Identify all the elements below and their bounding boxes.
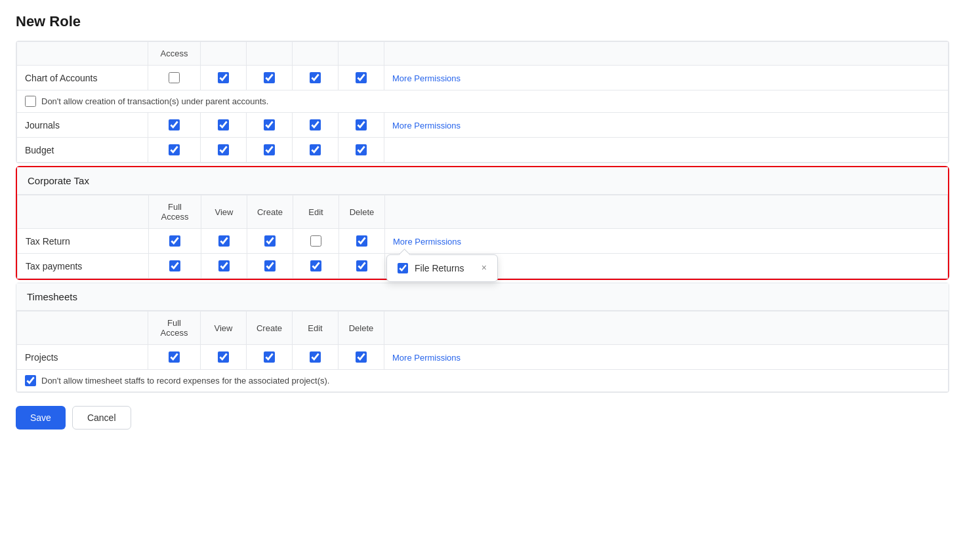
projects-note-text: Don't allow timesheet staffs to record e… [41, 376, 329, 386]
table-row: Tax Return More Permissions File Returns… [18, 229, 948, 254]
projects-view-checkbox[interactable] [218, 351, 229, 363]
timesheets-section: Timesheets Full Access View Create Edit … [16, 283, 949, 393]
cancel-button[interactable]: Cancel [72, 406, 131, 430]
chart-note-row: Don't allow creation of transaction(s) u… [17, 90, 949, 113]
table-row: Journals More Permissions [17, 113, 949, 138]
taxpayments-full-access-checkbox[interactable] [169, 260, 180, 271]
file-returns-checkbox[interactable] [398, 263, 408, 273]
col-view-header: View [201, 195, 247, 229]
projects-more-permissions-link[interactable]: More Permissions [392, 353, 461, 363]
col-more-header [384, 42, 949, 66]
chart-edit-checkbox[interactable] [310, 72, 321, 83]
budget-delete-checkbox[interactable] [356, 144, 367, 155]
col-delete-header: Delete [339, 195, 385, 229]
row-label: Tax Return [18, 229, 149, 254]
projects-create-checkbox[interactable] [264, 351, 275, 363]
col-create-header: Create [247, 195, 293, 229]
col-delete-header [339, 42, 384, 66]
col-name [17, 42, 148, 66]
projects-note-row: Don't allow timesheet staffs to record e… [17, 370, 949, 392]
journals-create-checkbox[interactable] [264, 119, 275, 130]
col-delete-header: Delete [339, 311, 384, 345]
col-view-header [201, 42, 247, 66]
table-row: Projects More Permissions [17, 345, 949, 370]
chart-full-access-checkbox[interactable] [169, 72, 180, 83]
timesheets-header: Timesheets [16, 283, 949, 311]
projects-note-checkbox[interactable] [25, 375, 36, 386]
chart-more-permissions-link[interactable]: More Permissions [392, 73, 461, 83]
chart-view-checkbox[interactable] [218, 72, 229, 83]
row-label: Chart of Accounts [17, 66, 148, 90]
chart-note-text: Don't allow creation of transaction(s) u… [41, 96, 268, 106]
taxpayments-view-checkbox[interactable] [218, 260, 230, 271]
popup-close-button[interactable]: × [482, 263, 487, 272]
col-full-access-header: Access [148, 42, 201, 66]
col-full-access-header: Full Access [149, 195, 201, 229]
row-label: Budget [17, 138, 148, 163]
taxreturn-create-checkbox[interactable] [264, 235, 276, 247]
row-label: Journals [17, 113, 148, 138]
budget-edit-checkbox[interactable] [310, 144, 321, 155]
accounting-section: Access Chart of Accounts More Permission… [16, 41, 949, 163]
budget-view-checkbox[interactable] [218, 144, 229, 155]
col-full-access-header: Full Access [148, 311, 201, 345]
taxreturn-view-checkbox[interactable] [218, 235, 230, 247]
more-permissions-popup: File Returns × [386, 254, 498, 282]
taxreturn-delete-checkbox[interactable] [356, 235, 367, 247]
journals-delete-checkbox[interactable] [356, 119, 367, 130]
corporate-tax-header: Corporate Tax [17, 167, 948, 195]
taxreturn-more-permissions-wrapper: More Permissions File Returns × [393, 236, 461, 247]
projects-delete-checkbox[interactable] [356, 351, 367, 363]
chart-delete-checkbox[interactable] [356, 72, 367, 83]
row-label: Tax payments [18, 254, 149, 279]
save-button[interactable]: Save [16, 406, 66, 430]
taxreturn-full-access-checkbox[interactable] [169, 235, 180, 247]
journals-view-checkbox[interactable] [218, 119, 229, 130]
journals-edit-checkbox[interactable] [310, 119, 321, 130]
col-more-header [384, 311, 949, 345]
col-create-header [247, 42, 293, 66]
journals-more-permissions-link[interactable]: More Permissions [392, 121, 461, 130]
corporate-tax-section: Corporate Tax Full Access View Create Ed… [16, 166, 949, 280]
table-row: Budget [17, 138, 949, 163]
col-more-header [385, 195, 948, 229]
col-edit-header: Edit [293, 195, 339, 229]
page-title: New Role [16, 13, 949, 30]
col-name [17, 311, 148, 345]
file-returns-label: File Returns [415, 263, 464, 273]
footer-buttons: Save Cancel [16, 406, 949, 430]
chart-create-checkbox[interactable] [264, 72, 275, 83]
row-label: Projects [17, 345, 148, 370]
col-view-header: View [201, 311, 247, 345]
taxpayments-create-checkbox[interactable] [264, 260, 276, 271]
taxpayments-delete-checkbox[interactable] [356, 260, 367, 271]
projects-edit-checkbox[interactable] [310, 351, 321, 363]
table-row: Chart of Accounts More Permissions [17, 66, 949, 90]
taxpayments-edit-checkbox[interactable] [310, 260, 321, 271]
col-edit-header: Edit [293, 311, 339, 345]
taxreturn-edit-checkbox[interactable] [310, 235, 321, 247]
col-edit-header [293, 42, 339, 66]
budget-full-access-checkbox[interactable] [169, 144, 180, 155]
journals-full-access-checkbox[interactable] [169, 119, 180, 130]
taxreturn-more-permissions-link[interactable]: More Permissions [393, 237, 461, 247]
col-create-header: Create [247, 311, 293, 345]
projects-full-access-checkbox[interactable] [169, 351, 180, 363]
budget-create-checkbox[interactable] [264, 144, 275, 155]
chart-note-checkbox[interactable] [25, 96, 36, 107]
col-name [18, 195, 149, 229]
